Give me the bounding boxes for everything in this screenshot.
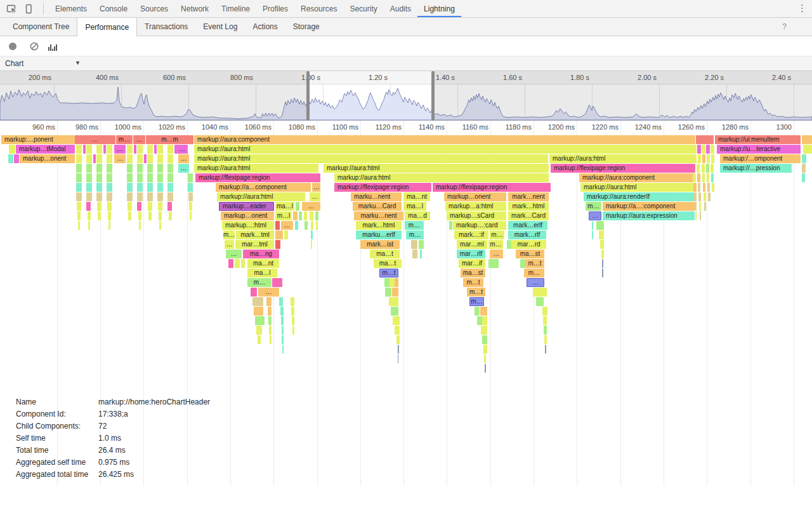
flame-bar[interactable] (449, 221, 452, 230)
flame-bar[interactable]: mark…Card (508, 211, 549, 220)
flame-bar[interactable] (159, 211, 162, 220)
flame-bar[interactable]: m…m (146, 135, 193, 144)
flame-bar[interactable]: mar…tml (235, 240, 274, 249)
flame-bar[interactable] (311, 221, 313, 230)
flame-bar[interactable]: marku…nent (354, 211, 403, 220)
flame-bar[interactable]: marku…erlf (356, 231, 402, 239)
flame-bar[interactable] (396, 335, 400, 344)
flame-bar[interactable] (411, 240, 417, 249)
chart-select[interactable]: Chart (5, 59, 23, 68)
flame-bar[interactable] (251, 288, 257, 297)
flame-bar[interactable]: markup:…ponent (1, 135, 75, 144)
flame-bar[interactable] (147, 145, 153, 154)
flame-bar[interactable] (108, 211, 111, 220)
flame-bar[interactable] (385, 288, 391, 297)
flame-bar[interactable] (268, 316, 272, 325)
flame-bar[interactable] (190, 211, 192, 220)
flame-bar[interactable]: mar…if (459, 259, 485, 268)
flame-bar[interactable] (148, 211, 152, 220)
flame-bar[interactable] (483, 345, 487, 354)
flame-bar[interactable]: … (114, 154, 126, 163)
flame-bar[interactable] (398, 354, 398, 363)
flame-bar[interactable] (86, 154, 92, 163)
flame-bar[interactable] (507, 240, 511, 249)
flame-bar[interactable] (96, 145, 102, 154)
flame-bar[interactable] (147, 183, 153, 192)
flame-bar[interactable] (188, 192, 193, 201)
flame-bar[interactable]: markup…sCard (447, 211, 506, 220)
flame-bar[interactable] (395, 278, 398, 287)
flame-bar[interactable] (188, 183, 193, 192)
flame-bar[interactable]: markup://aura:renderIf (584, 192, 695, 201)
flame-bar[interactable]: markup://flexipage:region (334, 183, 431, 192)
flame-bar[interactable] (592, 221, 593, 230)
flame-bar[interactable] (707, 173, 709, 182)
flame-bar[interactable] (189, 202, 192, 211)
flame-bar[interactable]: ma…st (516, 250, 544, 258)
flame-bar[interactable] (698, 154, 701, 163)
flame-bar[interactable]: markup://…pression (720, 164, 792, 173)
flame-bar[interactable]: markup…:html (222, 221, 274, 230)
flame-bar[interactable] (76, 183, 82, 192)
flame-bar[interactable] (76, 145, 82, 154)
flame-bar[interactable]: mar…ml (457, 240, 487, 249)
flame-bar[interactable] (702, 173, 705, 182)
flame-bar[interactable]: m… (247, 278, 272, 287)
flame-bar[interactable] (712, 183, 714, 192)
flame-bar[interactable] (802, 164, 806, 173)
flame-bar[interactable] (695, 202, 697, 211)
flame-bar[interactable] (154, 145, 157, 154)
flame-bar[interactable] (693, 173, 696, 182)
flame-bar[interactable] (107, 202, 112, 211)
flame-bar[interactable] (167, 183, 173, 192)
flame-bar[interactable] (304, 211, 307, 220)
flame-bar[interactable]: m… (223, 231, 235, 239)
flame-bar[interactable]: markup…a:html (445, 202, 506, 211)
flame-bar[interactable] (304, 221, 308, 230)
flame-bar[interactable] (710, 145, 714, 154)
tab-timeline[interactable]: Timeline (215, 0, 256, 17)
flame-bar[interactable] (802, 135, 812, 144)
flame-bar[interactable]: markup…onent (221, 211, 274, 220)
flame-bar[interactable] (128, 211, 131, 220)
flame-bar[interactable] (167, 192, 173, 201)
flame-bar[interactable] (83, 145, 86, 154)
dropdown-arrow-icon[interactable]: ▼ (75, 60, 81, 66)
flame-bar[interactable] (76, 173, 82, 182)
flame-bar[interactable] (157, 164, 163, 173)
flame-bar[interactable]: m… (488, 240, 503, 249)
flame-bar[interactable] (157, 154, 163, 163)
help-icon[interactable]: ? (782, 22, 787, 31)
flame-bar[interactable]: m…l (275, 211, 292, 220)
flame-bar[interactable] (88, 221, 90, 230)
flame-bar[interactable]: markup://aura:expression (603, 211, 695, 220)
flame-bar[interactable] (520, 259, 525, 268)
flame-bar[interactable] (108, 221, 110, 230)
flame-bar[interactable]: markup…eader (219, 202, 274, 211)
flame-bar[interactable]: … (178, 164, 189, 173)
flame-bar[interactable] (697, 173, 700, 182)
flame-bar[interactable]: m… (524, 269, 544, 277)
flame-bar[interactable]: markup…onent (20, 154, 75, 163)
flame-bar[interactable]: … (490, 250, 503, 258)
flame-bar[interactable] (710, 164, 714, 173)
flame-bar[interactable] (284, 231, 288, 239)
subtab-event-log[interactable]: Event Log (195, 18, 245, 36)
flame-bar[interactable] (96, 183, 102, 192)
flame-bar[interactable] (702, 154, 705, 163)
flame-bar[interactable] (599, 231, 604, 239)
flame-bar[interactable] (542, 307, 547, 316)
flame-bar[interactable] (482, 316, 487, 325)
flame-bar[interactable]: mar…rlf (457, 250, 485, 258)
flame-bar[interactable] (86, 145, 92, 154)
flame-bar[interactable] (693, 154, 697, 163)
flame-bar[interactable]: markup://flexipage:region (433, 183, 551, 192)
flame-bar[interactable] (147, 173, 153, 182)
flame-bar[interactable]: m…t (467, 288, 485, 297)
flame-bar[interactable] (545, 345, 546, 354)
flame-bar[interactable] (708, 192, 710, 201)
flame-bar[interactable] (127, 145, 133, 154)
flame-bar[interactable]: … (226, 250, 242, 258)
flame-bar[interactable] (477, 316, 482, 325)
flame-bar[interactable] (412, 250, 417, 258)
